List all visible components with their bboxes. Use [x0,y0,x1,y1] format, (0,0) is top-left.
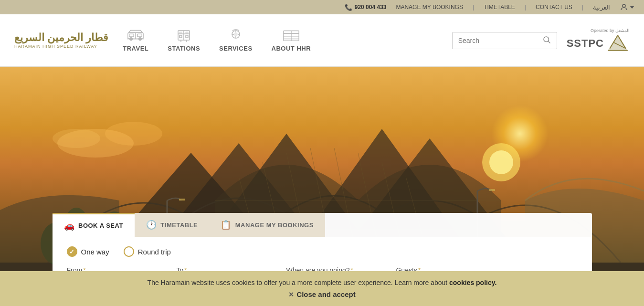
logo-area[interactable]: قطار الحرمين السريع HARAMAIN HIGH SPEED … [14,32,108,48]
nav-about-label: ABOUT HHR [272,45,311,52]
nav-links: TRAVEL STATIONS [123,29,452,52]
nav-stations-label: STATIONS [168,45,200,52]
svg-line-29 [548,41,550,43]
svg-point-0 [623,4,625,7]
sstpc-name: SSTPC [567,37,604,50]
operated-by-text: Operated by المشغل [591,28,630,33]
svg-rect-12 [186,32,188,33]
svg-rect-62 [489,189,495,191]
svg-point-33 [53,129,100,148]
tab-manage-bookings[interactable]: 📋 MANAGE MY BOOKINGS [209,213,325,237]
svg-point-22 [234,33,237,36]
sstpc-area: Operated by المشغل SSTPC [567,28,630,53]
booking-tabs: 🚗 BOOK A SEAT 🕐 TIMETABLE 📋 MANAGE MY BO… [53,213,592,237]
svg-point-4 [139,38,142,41]
nav-services[interactable]: SERVICES [219,29,253,52]
search-button[interactable] [542,35,551,46]
svg-point-28 [544,37,549,42]
timetable-link[interactable]: TIMETABLE [484,4,515,11]
manage-bookings-link[interactable]: MANAGE MY BOOKINGS [396,4,463,11]
logo-arabic: قطار الحرمين السريع [14,32,108,43]
tab-book-label: BOOK A SEAT [78,222,123,229]
user-icon[interactable] [620,3,634,11]
main-nav: قطار الحرمين السريع HARAMAIN HIGH SPEED … [0,14,644,67]
logo-english: HARAMAIN HIGH SPEED RAILWAY [14,44,97,49]
tab-timetable[interactable]: 🕐 TIMETABLE [135,213,209,237]
close-accept-button[interactable]: ✕ Close and accept [288,290,355,298]
phone-number: 920 004 433 [345,4,387,11]
nav-about[interactable]: ABOUT HHR [272,29,311,52]
one-way-radio[interactable] [67,246,77,257]
svg-rect-13 [179,35,182,38]
tab-timetable-label: TIMETABLE [160,222,198,229]
nav-services-label: SERVICES [219,45,253,52]
car-icon: 🚗 [64,221,75,231]
nav-stations[interactable]: STATIONS [168,29,200,52]
x-icon: ✕ [288,291,294,298]
svg-rect-11 [179,32,182,33]
svg-point-3 [130,38,133,41]
close-accept-label: Close and accept [296,290,355,298]
search-area[interactable] [452,32,557,49]
svg-point-32 [105,122,162,146]
round-trip-option[interactable]: Round trip [124,246,171,257]
round-trip-radio[interactable] [124,246,134,257]
train-icon [127,29,144,42]
tab-manage-label: MANAGE MY BOOKINGS [235,222,314,229]
cookie-text: The Haramain website uses cookies to off… [10,279,634,286]
services-icon [227,29,244,42]
about-icon [283,29,300,42]
trip-type-row: One way Round trip [67,246,578,257]
nav-travel-label: TRAVEL [123,45,148,52]
cookie-accept-area: ✕ Close and accept [10,290,634,298]
divider-2: | [525,4,526,11]
calendar-icon: 📋 [221,220,232,230]
tab-book-seat[interactable]: 🚗 BOOK A SEAT [53,213,135,237]
round-trip-label: Round trip [138,248,171,256]
divider-3: | [582,4,583,11]
svg-rect-14 [186,35,188,38]
svg-rect-6 [129,34,134,37]
divider-1: | [473,4,474,11]
arabic-language-link[interactable]: العربية [593,4,610,11]
cookie-banner: The Haramain website uses cookies to off… [0,271,644,306]
svg-rect-60 [179,199,185,200]
search-input[interactable] [458,37,542,44]
cookies-policy-link[interactable]: cookies policy. [449,279,496,286]
clock-icon: 🕐 [146,220,157,230]
one-way-option[interactable]: One way [67,246,109,257]
hero-section: 🚗 BOOK A SEAT 🕐 TIMETABLE 📋 MANAGE MY BO… [0,67,644,306]
nav-travel[interactable]: TRAVEL [123,29,148,52]
one-way-label: One way [81,248,109,256]
stations-icon [175,29,192,42]
top-bar: 920 004 433 MANAGE MY BOOKINGS | TIMETAB… [0,0,644,14]
svg-point-64 [489,150,513,174]
svg-rect-7 [137,34,142,37]
sstpc-logo: SSTPC [567,34,630,53]
sstpc-emblem-icon [606,34,630,53]
contact-us-link[interactable]: CONTACT US [536,4,572,11]
